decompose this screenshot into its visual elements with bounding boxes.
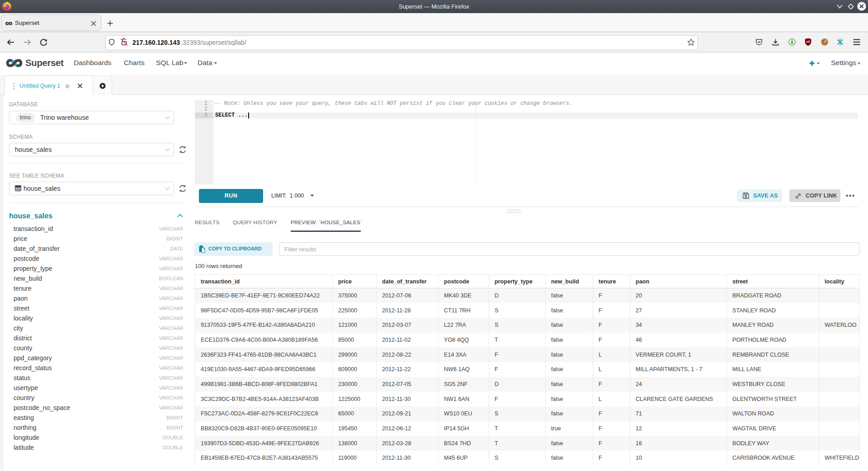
svg-text:uO: uO [806, 40, 810, 43]
